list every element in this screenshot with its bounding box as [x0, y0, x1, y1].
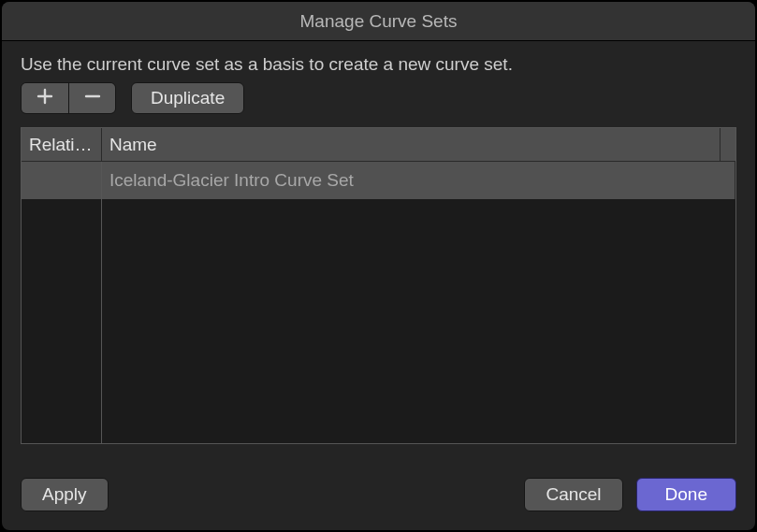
cell-name: Iceland-Glacier Intro Curve Set	[102, 162, 735, 199]
column-header-name[interactable]: Name	[102, 128, 721, 161]
column-header-relative[interactable]: Relati…	[22, 128, 102, 161]
table-row[interactable]: Iceland-Glacier Intro Curve Set	[22, 162, 735, 199]
manage-curve-sets-dialog: Manage Curve Sets Use the current curve …	[2, 2, 755, 530]
column-header-scroll-gap	[721, 128, 735, 161]
duplicate-button[interactable]: Duplicate	[131, 82, 244, 114]
curve-sets-table: Relati… Name Iceland-Glacier Intro Curve…	[21, 127, 736, 444]
add-remove-segmented	[21, 82, 116, 114]
minus-icon	[84, 88, 101, 108]
dialog-footer: Apply Cancel Done	[2, 463, 755, 530]
done-button[interactable]: Done	[636, 478, 736, 511]
dialog-content: Use the current curve set as a basis to …	[2, 41, 755, 463]
dialog-title: Manage Curve Sets	[2, 2, 755, 41]
table-body: Iceland-Glacier Intro Curve Set	[22, 162, 735, 443]
remove-button[interactable]	[68, 83, 115, 113]
toolbar: Duplicate	[21, 82, 736, 114]
table-header: Relati… Name	[22, 128, 735, 162]
cancel-button[interactable]: Cancel	[524, 478, 622, 511]
apply-button[interactable]: Apply	[21, 478, 109, 511]
plus-icon	[36, 88, 53, 108]
cell-relative	[22, 162, 102, 199]
add-button[interactable]	[22, 83, 68, 113]
instruction-text: Use the current curve set as a basis to …	[21, 54, 736, 75]
table-empty-area	[22, 199, 735, 443]
